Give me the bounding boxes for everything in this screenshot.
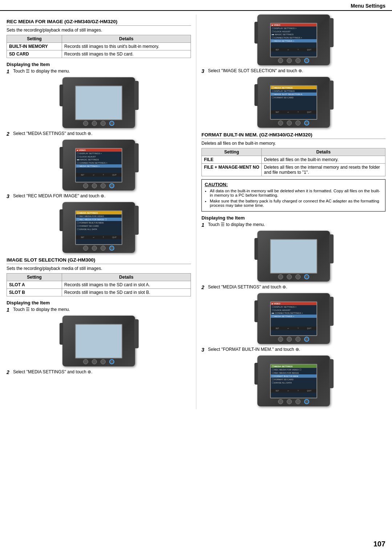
cell-file-manage-details: Deletes all files on the internal memory… (262, 164, 385, 176)
camera-device-4 (7, 316, 191, 366)
cell-details: Records still images to the SD card. (62, 50, 191, 58)
cell-details: Records still images to this unit's buil… (62, 43, 191, 50)
camera-device-6: ☐ MEDIA SETTINGS ☐ DISPLAY SETTINGS ☐ IM… (201, 77, 385, 128)
step-1-2: 2 Select "MEDIA SETTINGS" and touch ⊛. (7, 131, 191, 137)
camera-device-7 (201, 231, 385, 282)
camera-device-3: ☐ MEDIA SETTINGS ☐ REC MEDIA FOR VIDEO ☐… (7, 202, 191, 253)
table-row: SLOT B Records still images to the SD ca… (7, 289, 191, 296)
section2-title: IMAGE SLOT SELECTION (GZ-HM300) (7, 257, 191, 264)
caution-box: CAUTION: All data on the built-in memory… (201, 179, 385, 212)
cell-file-details: Deletes all files on the built-in memory… (262, 156, 385, 164)
table-header-details3: Details (262, 148, 385, 156)
display-item-title-1: Displaying the Item (7, 62, 191, 67)
camera-device-5: ■ VIDEO ☐ DISPLAY SETTINGS > ☐ CLOCK ADJ… (201, 15, 385, 65)
list-item: All data on the built-in memory will be … (210, 189, 382, 197)
camera-device-1 (7, 77, 191, 128)
header-title: Menu Settings (351, 3, 385, 9)
cell-slot-b-details: Records still images to the SD card in s… (62, 289, 191, 296)
step-2-1: 1 Touch ☰ to display the menu. (7, 307, 191, 313)
slot-selection-table: Setting Details SLOT A Records still ima… (7, 273, 191, 296)
cell-setting: SD CARD (7, 50, 62, 58)
step-3-3: 3 Select "FORMAT BUILT-IN MEM." and touc… (201, 347, 385, 353)
caution-title: CAUTION: (205, 182, 382, 187)
list-item: Make sure that the battery pack is fully… (210, 199, 382, 208)
cell-slot-b: SLOT B (7, 289, 62, 296)
right-column: ■ VIDEO ☐ DISPLAY SETTINGS > ☐ CLOCK ADJ… (196, 15, 385, 409)
section1-title: REC MEDIA FOR IMAGE (GZ-HM340/GZ-HM320) (7, 19, 191, 26)
table-header-setting2: Setting (7, 274, 62, 281)
camera-device-8: ■ VIDEO ☐ DISPLAY SETTINGS > ☐ CLOCK ADJ… (201, 293, 385, 344)
camera-device-2: ■ VIDEO ☐ DISPLAY SETTINGS > ☐ CLOCK ADJ… (7, 140, 191, 190)
table-header-details2: Details (62, 274, 191, 281)
cell-file: FILE (202, 156, 262, 164)
section3-subtitle: Deletes all files on the built-in memory… (201, 141, 385, 146)
table-row: BUILT-IN MEMORY Records still images to … (7, 43, 191, 50)
display-item-title-2: Displaying the Item (7, 300, 191, 305)
table-row: SD CARD Records still images to the SD c… (7, 50, 191, 58)
left-column: REC MEDIA FOR IMAGE (GZ-HM340/GZ-HM320) … (7, 15, 196, 409)
step-3-2: 2 Select "MEDIA SETTINGS" and touch ⊛. (201, 284, 385, 290)
step-1-1: 1 Touch ☰ to display the menu. (7, 69, 191, 74)
table-header-details: Details (62, 35, 191, 43)
caution-list: All data on the built-in memory will be … (205, 189, 382, 208)
step-3-1: 1 Touch ☰ to display the menu. (201, 222, 385, 228)
format-table: Setting Details FILE Deletes all files o… (201, 148, 385, 176)
section1-subtitle: Sets the recording/playback media of sti… (7, 28, 191, 33)
table-row: FILE + MANAGE-MENT NO Deletes all files … (202, 164, 385, 176)
camera-device-9: ☐ MEDIA SETTINGS ☐ REC MEDIA FOR VIDEO ☐… (201, 356, 385, 406)
step-1-3: 3 Select "REC MEDIA FOR IMAGE" and touch… (7, 193, 191, 199)
display-item-title-3: Displaying the Item (201, 215, 385, 221)
cell-setting: BUILT-IN MEMORY (7, 43, 62, 50)
table-header-setting: Setting (7, 35, 62, 43)
cell-file-manage: FILE + MANAGE-MENT NO (202, 164, 262, 176)
step-2-2: 2 Select "MEDIA SETTINGS" and touch ⊛. (7, 369, 191, 375)
rec-media-table: Setting Details BUILT-IN MEMORY Records … (7, 35, 191, 58)
table-row: SLOT A Records still images to the SD ca… (7, 281, 191, 289)
page-number: 107 (373, 540, 385, 548)
cell-slot-a: SLOT A (7, 281, 62, 289)
table-header-setting3: Setting (202, 148, 262, 156)
step-r-1: 3 Select "IMAGE SLOT SELECTION" and touc… (201, 68, 385, 74)
table-row: FILE Deletes all files on the built-in m… (202, 156, 385, 164)
section2-subtitle: Sets the recording/playback media of sti… (7, 266, 191, 271)
page-header: Menu Settings (0, 0, 392, 11)
section3-title: FORMAT BUILT-IN MEM. (GZ-HM340/GZ-HM320) (201, 132, 385, 139)
cell-slot-a-details: Records still images to the SD card in s… (62, 281, 191, 289)
